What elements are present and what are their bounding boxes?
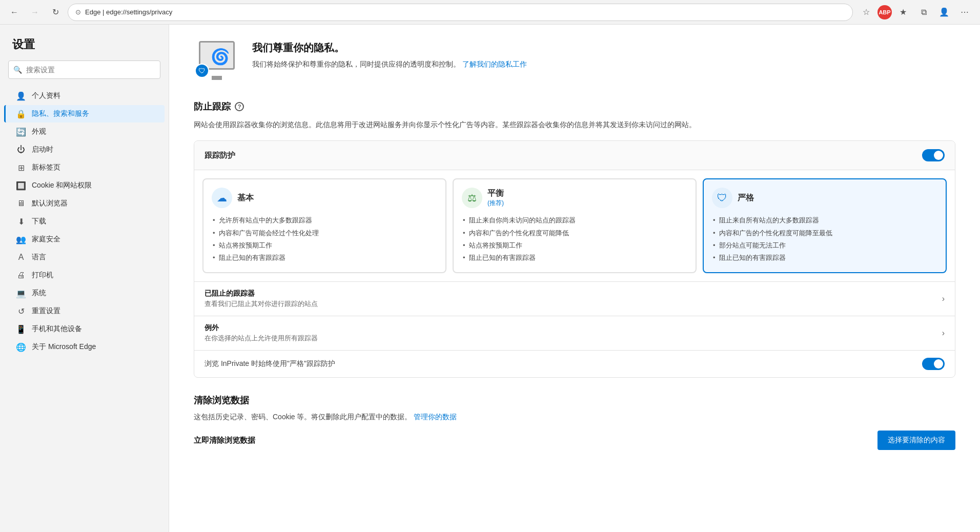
nav-icon-cookies: 🔲 — [16, 181, 26, 190]
sidebar-item-profile[interactable]: 👤 个人资料 — [4, 87, 165, 105]
sidebar-item-appearance[interactable]: 🔄 外观 — [4, 123, 165, 140]
privacy-header: 🌀 🛡 我们尊重你的隐私。 我们将始终保护和尊重你的隐私，同时提供应得的透明度和… — [194, 41, 955, 82]
sidebar-item-privacy[interactable]: 🔒 隐私、搜索和服务 — [4, 105, 165, 122]
address-bar[interactable]: ⊙ Edge | edge://settings/privacy — [68, 4, 853, 21]
tracking-help-icon[interactable]: ? — [235, 102, 244, 111]
sidebar-item-cookies[interactable]: 🔲 Cookie 和网站权限 — [4, 177, 165, 194]
level-title-balanced: 平衡 — [487, 188, 504, 199]
sidebar-item-about[interactable]: 🌐 关于 Microsoft Edge — [4, 338, 165, 356]
level-card-strict[interactable]: 🛡 严格 阻止来自所有站点的大多数跟踪器内容和广告的个性化程度可能降至最低部分站… — [703, 178, 947, 273]
level-features-basic: 允许所有站点中的大多数跟踪器内容和广告可能会经过个性化处理站点将按预期工作阻止已… — [212, 214, 437, 264]
sidebar: 设置 🔍 👤 个人资料 🔒 隐私、搜索和服务 🔄 外观 ⏻ 启动时 ⊞ 新标签页… — [0, 25, 169, 532]
sidebar-item-mobile[interactable]: 📱 手机和其他设备 — [4, 320, 165, 338]
nav-icon-profile: 👤 — [16, 91, 26, 100]
menu-button[interactable]: ⋯ — [955, 3, 974, 22]
profile-button[interactable]: 👤 — [935, 3, 953, 22]
blocked-trackers-item[interactable]: 已阻止的跟踪器 查看我们已阻止其对你进行跟踪的站点 › — [194, 281, 955, 316]
content-area: 🌀 🛡 我们尊重你的隐私。 我们将始终保护和尊重你的隐私，同时提供应得的透明度和… — [169, 25, 980, 532]
toolbar-right: ☆ ABP ★ ⧉ 👤 ⋯ — [857, 3, 974, 22]
clear-desc: 这包括历史记录、密码、Cookie 等。将仅删除此用户配置中的数据。 管理你的数… — [194, 412, 955, 422]
level-header-balanced: ⚖ 平衡 (推荐) — [462, 188, 687, 208]
level-feature: 阻止已知的有害跟踪器 — [212, 252, 437, 264]
blocked-trackers-title: 已阻止的跟踪器 — [205, 289, 318, 298]
privacy-desc: 我们将始终保护和尊重你的隐私，同时提供应得的透明度和控制。 了解我们的隐私工作 — [252, 59, 527, 70]
shield-badge: 🛡 — [195, 64, 209, 78]
forward-button[interactable]: → — [27, 4, 43, 21]
sidebar-item-system[interactable]: 💻 系统 — [4, 284, 165, 302]
sidebar-item-startup[interactable]: ⏻ 启动时 — [4, 141, 165, 158]
protection-levels: ☁ 基本 允许所有站点中的大多数跟踪器内容和广告可能会经过个性化处理站点将按预期… — [194, 170, 955, 281]
exceptions-title: 例外 — [205, 323, 318, 333]
level-features-strict: 阻止来自所有站点的大多数跟踪器内容和广告的个性化程度可能降至最低部分站点可能无法… — [712, 214, 937, 264]
search-icon: 🔍 — [13, 66, 22, 74]
sidebar-item-language[interactable]: A 语言 — [4, 249, 165, 266]
nav-label-profile: 个人资料 — [32, 91, 60, 100]
clear-now-row: 立即清除浏览数据 选择要清除的内容 — [194, 431, 955, 450]
page-layout: 设置 🔍 👤 个人资料 🔒 隐私、搜索和服务 🔄 外观 ⏻ 启动时 ⊞ 新标签页… — [0, 25, 980, 532]
nav-label-familysafety: 家庭安全 — [32, 235, 60, 244]
clear-now-button[interactable]: 选择要清除的内容 — [877, 431, 955, 450]
lock-icon: ⊙ — [75, 8, 81, 16]
level-title-strict: 严格 — [738, 193, 754, 203]
exceptions-item[interactable]: 例外 在你选择的站点上允许使用所有跟踪器 › — [194, 316, 955, 350]
level-feature: 站点将按预期工作 — [212, 239, 437, 252]
nav-icon-privacy: 🔒 — [16, 109, 26, 118]
nav-label-language: 语言 — [32, 253, 46, 262]
nav-icon-about: 🌐 — [16, 342, 26, 352]
tracking-toggle[interactable] — [922, 149, 945, 161]
level-card-basic[interactable]: ☁ 基本 允许所有站点中的大多数跟踪器内容和广告可能会经过个性化处理站点将按预期… — [202, 178, 446, 273]
nav-label-privacy: 隐私、搜索和服务 — [32, 109, 89, 118]
search-input[interactable] — [8, 60, 160, 79]
sidebar-item-downloads[interactable]: ⬇ 下载 — [4, 213, 165, 230]
sidebar-item-defaultbrowser[interactable]: 🖥 默认浏览器 — [4, 195, 165, 212]
favorites-button[interactable]: ★ — [894, 3, 912, 22]
manage-data-link[interactable]: 管理你的数据 — [414, 413, 457, 421]
level-title-basic: 基本 — [237, 193, 254, 203]
level-icon-basic: ☁ — [212, 188, 232, 208]
nav-label-cookies: Cookie 和网站权限 — [32, 181, 92, 190]
nav-label-mobile: 手机和其他设备 — [32, 324, 82, 334]
nav-label-startup: 启动时 — [32, 145, 53, 154]
level-feature: 站点将按预期工作 — [462, 239, 687, 252]
back-button[interactable]: ← — [6, 4, 23, 21]
collections-button[interactable]: ⧉ — [914, 3, 933, 22]
reload-button[interactable]: ↻ — [47, 4, 64, 21]
nav-icon-familysafety: 👥 — [16, 235, 26, 244]
inprivate-toggle[interactable] — [922, 358, 945, 370]
sidebar-item-reset[interactable]: ↺ 重置设置 — [4, 302, 165, 320]
level-feature: 允许所有站点中的大多数跟踪器 — [212, 214, 437, 227]
level-subtitle-balanced: (推荐) — [487, 199, 504, 208]
level-header-basic: ☁ 基本 — [212, 188, 437, 208]
nav-items: 👤 个人资料 🔒 隐私、搜索和服务 🔄 外观 ⏻ 启动时 ⊞ 新标签页 🔲 Co… — [0, 87, 169, 356]
sidebar-title: 设置 — [0, 37, 169, 60]
clear-title: 清除浏览数据 — [194, 394, 955, 406]
level-feature: 阻止已知的有害跟踪器 — [712, 252, 937, 264]
nav-label-downloads: 下载 — [32, 217, 46, 226]
level-icon-strict: 🛡 — [712, 188, 732, 208]
inprivate-label: 浏览 InPrivate 时始终使用"严格"跟踪防护 — [205, 359, 335, 369]
blocked-trackers-chevron: › — [942, 294, 945, 303]
monitor-stand — [212, 76, 222, 80]
nav-icon-system: 💻 — [16, 289, 26, 298]
nav-label-printer: 打印机 — [32, 271, 53, 280]
level-feature: 阻止来自所有站点的大多数跟踪器 — [712, 214, 937, 227]
nav-icon-defaultbrowser: 🖥 — [16, 199, 26, 208]
level-feature: 内容和广告的个性化程度可能降低 — [462, 227, 687, 239]
search-box: 🔍 — [8, 60, 160, 79]
privacy-link[interactable]: 了解我们的隐私工作 — [462, 60, 527, 68]
abp-button[interactable]: ABP — [877, 5, 892, 19]
edge-logo: 🌀 — [211, 48, 230, 66]
blocked-trackers-desc: 查看我们已阻止其对你进行跟踪的站点 — [205, 299, 318, 309]
sidebar-item-familysafety[interactable]: 👥 家庭安全 — [4, 231, 165, 248]
nav-icon-downloads: ⬇ — [16, 217, 26, 226]
sidebar-item-printer[interactable]: 🖨 打印机 — [4, 267, 165, 284]
privacy-logo: 🌀 🛡 — [194, 41, 240, 82]
nav-icon-reset: ↺ — [16, 306, 26, 316]
sidebar-item-newtab[interactable]: ⊞ 新标签页 — [4, 159, 165, 176]
nav-label-system: 系统 — [32, 289, 46, 298]
clear-section: 清除浏览数据 这包括历史记录、密码、Cookie 等。将仅删除此用户配置中的数据… — [194, 394, 955, 450]
privacy-title: 我们尊重你的隐私。 — [252, 41, 527, 55]
level-card-balanced[interactable]: ⚖ 平衡 (推荐) 阻止来自你尚未访问的站点的跟踪器内容和广告的个性化程度可能降… — [453, 178, 697, 273]
favorites-bar-button[interactable]: ☆ — [857, 3, 875, 22]
exceptions-chevron: › — [942, 329, 945, 338]
